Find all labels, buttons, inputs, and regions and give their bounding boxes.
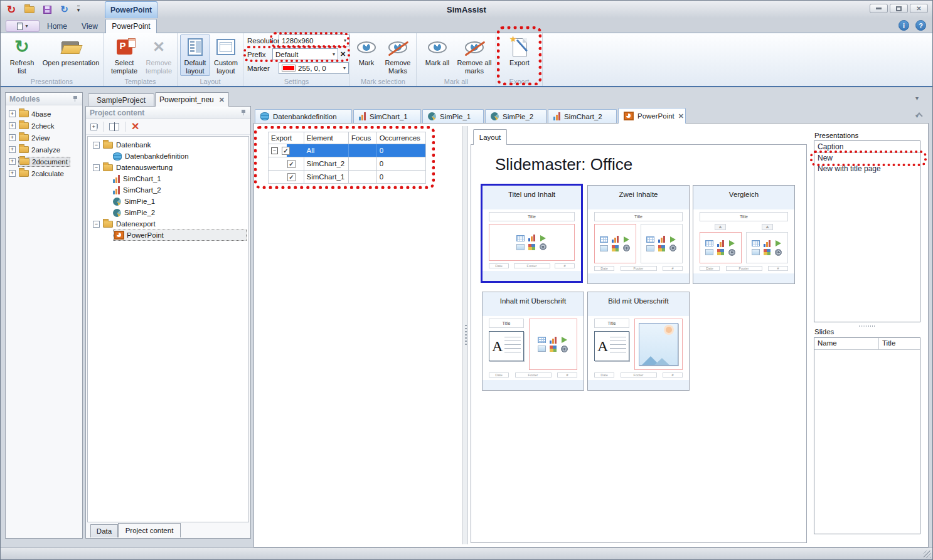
col-focus[interactable]: Focus	[349, 132, 377, 144]
horizontal-splitter[interactable]	[814, 324, 920, 327]
module-item-2view[interactable]: + 2view	[6, 132, 82, 144]
collapse-icon[interactable]: −	[93, 164, 100, 171]
tree-item-datenexport[interactable]: − Datenexport	[88, 218, 248, 230]
doc-tab-simpie-1[interactable]: SimPie_1	[422, 109, 484, 123]
resolution-select[interactable]: 1280x960 ▾	[279, 34, 349, 46]
remove-marks-button[interactable]: Remove Marks	[380, 34, 415, 76]
col-element[interactable]: Element	[304, 132, 349, 144]
layout-card-vergleich[interactable]: Vergleich Title A A Date	[693, 185, 795, 284]
tree-item-simpie-1[interactable]: SimPie_1	[88, 196, 248, 207]
expand-icon[interactable]: +	[9, 170, 16, 177]
qat-dropdown-icon[interactable]: ▾	[77, 6, 80, 13]
select-template-button[interactable]: Select template	[107, 34, 141, 76]
list-item-new-with-title-page[interactable]: New with title page	[814, 164, 920, 174]
doc-tab-datenbankdefinition[interactable]: Datenbankdefinition	[255, 109, 352, 123]
help-button[interactable]: ?	[915, 20, 926, 31]
bottom-tab-project-content[interactable]: Project content	[118, 523, 181, 537]
export-button[interactable]: ★ Export	[499, 34, 540, 76]
tab-powerpoint[interactable]: PowerPoint	[105, 19, 157, 33]
module-item-2document[interactable]: + 2document	[6, 156, 82, 167]
table-row-simchart-1[interactable]: ✓ SimChart_1 0	[268, 171, 426, 184]
default-layout-button[interactable]: Default layout	[180, 34, 210, 76]
list-item-new[interactable]: New	[814, 153, 920, 164]
col-title[interactable]: Title	[879, 338, 898, 349]
marker-color-select[interactable]: 255, 0, 0 ▾	[279, 62, 349, 74]
col-name[interactable]: Name	[814, 338, 879, 349]
expand-icon[interactable]: +	[9, 158, 16, 165]
tab-layout[interactable]: Layout	[473, 129, 507, 145]
vertical-splitter[interactable]	[462, 126, 468, 544]
layout-card-name: Zwei Inhalte	[588, 186, 689, 209]
mark-all-button[interactable]: Mark all	[420, 34, 454, 76]
doc-tab-simchart-2[interactable]: SimChart_2	[548, 109, 617, 123]
tab-view[interactable]: View	[75, 20, 105, 32]
module-item-4base[interactable]: + 4base	[6, 108, 82, 120]
tree-item-datenauswertung[interactable]: − Datenauswertung	[88, 162, 248, 173]
collapse-icon[interactable]: −	[93, 221, 100, 228]
pin-icon[interactable]	[73, 95, 78, 102]
content-placeholder-icons	[646, 236, 678, 252]
tab-home[interactable]: Home	[40, 20, 75, 32]
checkbox-checked[interactable]: ✓	[287, 173, 296, 181]
cell-occurrences: 0	[377, 157, 425, 170]
open-icon[interactable]	[24, 6, 35, 13]
custom-layout-button[interactable]: Custom layout	[211, 34, 241, 76]
workspace-tab-powerpoint-neu[interactable]: Powerpoint_neu ✕	[155, 92, 229, 107]
app-menu-button[interactable]: ▾	[6, 20, 40, 32]
module-item-2check[interactable]: + 2check	[6, 120, 82, 132]
doc-tab-simchart-1[interactable]: SimChart_1	[353, 109, 421, 123]
expand-icon[interactable]: +	[9, 146, 16, 153]
col-export[interactable]: Export	[269, 132, 304, 144]
checkbox-checked[interactable]: ✓	[282, 147, 290, 155]
doc-tab-powerpoint[interactable]: PowerPoint ✕	[618, 108, 686, 124]
col-occurrences[interactable]: Occurrences	[377, 132, 425, 144]
collapse-icon[interactable]: −	[93, 142, 100, 149]
expand-icon[interactable]: +	[9, 122, 16, 129]
expand-icon[interactable]: +	[9, 134, 16, 141]
workspace-tab-sampleproject[interactable]: SampleProject	[88, 93, 154, 107]
close-button[interactable]: ✕	[910, 4, 928, 13]
tree-item-powerpoint[interactable]: PowerPoint	[88, 230, 248, 241]
minimize-button[interactable]	[870, 4, 888, 13]
presentations-list-header[interactable]: Caption	[814, 141, 920, 153]
prefix-label: Prefix	[247, 51, 272, 58]
remove-all-marks-button[interactable]: Remove all marks	[455, 34, 494, 76]
refresh-list-button[interactable]: ↻ Refresh list	[4, 34, 40, 76]
delete-icon[interactable]: ✕	[131, 122, 139, 132]
table-row-simchart-2[interactable]: ✓ SimChart_2 0	[268, 157, 426, 171]
tree-item-datenbankdefinition[interactable]: Datenbankdefinition	[88, 151, 248, 162]
layout-card-titel-und-inhalt[interactable]: Titel und Inhalt Title Date Footer #	[481, 184, 583, 283]
close-icon[interactable]: ✕	[219, 96, 225, 104]
maximize-button[interactable]	[890, 4, 908, 13]
tree-item-simchart-2[interactable]: SimChart_2	[88, 184, 248, 196]
close-icon[interactable]: ✕	[678, 112, 684, 120]
tree-item-simpie-2[interactable]: SimPie_2	[88, 207, 248, 218]
module-item-2analyze[interactable]: + 2analyze	[6, 144, 82, 156]
prefix-select[interactable]: Default ▾	[272, 48, 338, 60]
mark-button[interactable]: Mark	[353, 34, 380, 76]
layout-card-bild-mit-ueberschrift[interactable]: Bild mit Überschrift Title A	[587, 292, 690, 391]
column-width-icon[interactable]	[109, 123, 119, 130]
expand-icon[interactable]: +	[9, 110, 16, 117]
layout-card-zwei-inhalte[interactable]: Zwei Inhalte Title Date Footer	[587, 185, 690, 284]
checkbox-checked[interactable]: ✓	[287, 160, 296, 168]
info-button[interactable]: i	[898, 20, 909, 31]
save-icon[interactable]	[43, 6, 51, 14]
tree-item-datenbank[interactable]: − Datenbank	[88, 139, 248, 151]
bottom-tab-data[interactable]: Data	[90, 524, 118, 537]
module-item-2calculate[interactable]: + 2calculate	[6, 167, 82, 179]
workspace-tabs-dropdown-icon[interactable]: ▾	[915, 95, 919, 102]
pin-icon[interactable]	[241, 109, 247, 116]
expand-all-icon[interactable]: +	[90, 124, 97, 130]
open-presentation-button[interactable]: Open presentation	[41, 34, 101, 76]
clipart-icon	[612, 245, 619, 251]
content-placeholder	[641, 224, 683, 263]
collapse-icon[interactable]: −	[271, 147, 278, 154]
doc-tab-simpie-2[interactable]: SimPie_2	[485, 109, 546, 123]
app-logo-icon[interactable]: ↻	[7, 4, 16, 15]
tree-item-simchart-1[interactable]: SimChart_1	[88, 173, 248, 184]
layout-card-inhalt-mit-ueberschrift[interactable]: Inhalt mit Überschrift Title A Date	[482, 292, 584, 391]
prefix-clear-icon[interactable]: ✕	[340, 50, 346, 58]
table-row-all[interactable]: − ✓ All 0	[268, 144, 426, 157]
refresh-icon[interactable]: ↻	[60, 4, 68, 15]
